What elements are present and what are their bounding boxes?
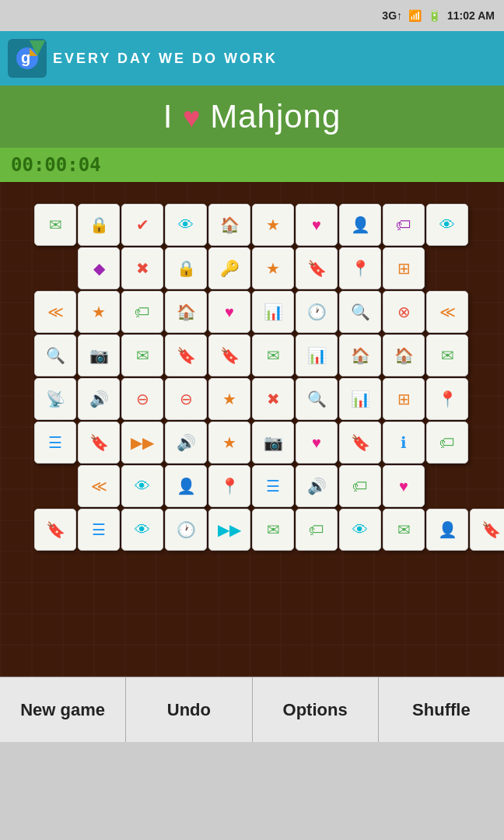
tile[interactable]: 🔖 (296, 247, 338, 289)
tile[interactable]: ✔ (121, 204, 163, 246)
tile[interactable]: ⊖ (121, 378, 163, 420)
tile[interactable]: 👁 (339, 509, 381, 551)
tile[interactable]: ✖ (121, 247, 163, 289)
tile[interactable]: ✉ (426, 334, 468, 376)
tile[interactable]: 📷 (252, 422, 294, 464)
tile[interactable]: ☰ (78, 509, 120, 551)
tile[interactable]: 📍 (339, 247, 381, 289)
tile[interactable]: ✉ (252, 509, 294, 551)
tile[interactable]: 🔒 (165, 247, 207, 289)
tile[interactable]: 🏠 (339, 334, 381, 376)
tile[interactable]: 🔊 (165, 422, 207, 464)
tile[interactable]: 🕐 (296, 291, 338, 333)
tile[interactable]: 🔖 (78, 422, 120, 464)
tile[interactable]: ≪ (78, 465, 120, 507)
tile[interactable]: ♥ (383, 465, 425, 507)
tile[interactable]: ♥ (208, 291, 250, 333)
tile[interactable]: ★ (252, 247, 294, 289)
battery-icon: 🔋 (428, 9, 441, 22)
title-prefix: I (163, 98, 173, 135)
tile[interactable]: 🏷 (296, 509, 338, 551)
timer-bar: 00:00:04 (0, 148, 504, 182)
tile[interactable]: 👁 (165, 204, 207, 246)
tile[interactable]: ℹ (383, 422, 425, 464)
new-game-button[interactable]: New game (0, 677, 126, 742)
tile[interactable]: ✉ (121, 334, 163, 376)
tile[interactable]: 👤 (165, 465, 207, 507)
tile[interactable]: ★ (252, 204, 294, 246)
tile[interactable]: 📍 (426, 378, 468, 420)
options-button[interactable]: Options (253, 677, 379, 742)
tile[interactable]: ⊗ (383, 291, 425, 333)
tile[interactable]: 🔍 (339, 291, 381, 333)
tile[interactable]: 👁 (121, 465, 163, 507)
signal-bars: 📶 (408, 9, 422, 22)
tile[interactable]: ♥ (296, 204, 338, 246)
tile[interactable]: 🔖 (165, 334, 207, 376)
status-bar: 3G↑ 📶 🔋 11:02 AM (0, 0, 504, 31)
tile[interactable]: 🕐 (165, 509, 207, 551)
shuffle-button[interactable]: Shuffle (379, 677, 504, 742)
undo-button[interactable]: Undo (126, 677, 252, 742)
tile[interactable]: ★ (208, 422, 250, 464)
ad-text: EVERY DAY WE DO WORK (53, 51, 278, 67)
tile[interactable]: 🔖 (34, 509, 76, 551)
tile[interactable]: ▶▶ (121, 422, 163, 464)
tile[interactable]: 📊 (296, 334, 338, 376)
tile[interactable]: ⊞ (383, 247, 425, 289)
tile[interactable]: ✉ (383, 509, 425, 551)
tile[interactable]: ★ (208, 378, 250, 420)
ad-icon: g (8, 39, 47, 78)
tile[interactable]: 🏷 (426, 422, 468, 464)
tile[interactable]: 📷 (78, 334, 120, 376)
tile[interactable]: ▶▶ (208, 509, 250, 551)
tile[interactable]: 🔑 (208, 247, 250, 289)
heart-icon: ♥ (183, 101, 210, 134)
network-indicator: 3G↑ (382, 9, 402, 22)
tile[interactable]: ☰ (34, 422, 76, 464)
tile[interactable]: 🏠 (165, 291, 207, 333)
tile[interactable]: 🏷 (339, 465, 381, 507)
toolbar: New game Undo Options Shuffle (0, 677, 504, 742)
tile[interactable]: ⊖ (165, 378, 207, 420)
title-suffix: Mahjong (210, 98, 341, 135)
tile[interactable]: 🔍 (296, 378, 338, 420)
tile[interactable]: ✉ (34, 204, 76, 246)
tile[interactable]: 📊 (252, 291, 294, 333)
game-area: ✉🔒✔👁🏠★♥👤🏷👁◆✖🔒🔑★🔖📍⊞≪★🏷🏠♥📊🕐🔍⊗≪🔍📷✉🔖🔖✉📊🏠🏠✉📡🔊… (0, 182, 504, 677)
tile[interactable]: 🔖 (339, 422, 381, 464)
tile[interactable]: 👤 (426, 509, 468, 551)
tile[interactable]: 👤 (339, 204, 381, 246)
tile[interactable]: ≪ (426, 291, 468, 333)
tile[interactable]: ✖ (252, 378, 294, 420)
tile[interactable]: 🔖 (208, 334, 250, 376)
tile[interactable]: ☰ (252, 465, 294, 507)
tile[interactable]: 👁 (121, 509, 163, 551)
tile[interactable]: 🔊 (296, 465, 338, 507)
tile[interactable]: 👁 (426, 204, 468, 246)
tile[interactable]: 🏷 (121, 291, 163, 333)
tile[interactable]: ◆ (78, 247, 120, 289)
tile[interactable]: 🏷 (383, 204, 425, 246)
tile[interactable]: ★ (78, 291, 120, 333)
title-bar: I ♥ Mahjong (0, 86, 504, 148)
tile[interactable]: ✉ (252, 334, 294, 376)
tile[interactable]: 🔒 (78, 204, 120, 246)
tile[interactable]: 📡 (34, 378, 76, 420)
tile[interactable]: 🏠 (383, 334, 425, 376)
ad-banner: g EVERY DAY WE DO WORK (0, 31, 504, 86)
tile[interactable]: 🔍 (34, 334, 76, 376)
time-display: 11:02 AM (447, 9, 495, 22)
tile[interactable]: 🏠 (208, 204, 250, 246)
tile[interactable]: 🔖 (470, 509, 504, 551)
tile-grid: ✉🔒✔👁🏠★♥👤🏷👁◆✖🔒🔑★🔖📍⊞≪★🏷🏠♥📊🕐🔍⊗≪🔍📷✉🔖🔖✉📊🏠🏠✉📡🔊… (34, 204, 470, 655)
tile[interactable]: 📍 (208, 465, 250, 507)
timer-text: 00:00:04 (11, 154, 101, 176)
tile[interactable]: ≪ (34, 291, 76, 333)
tile[interactable]: 📊 (339, 378, 381, 420)
title-text: I ♥ Mahjong (163, 98, 341, 135)
tile[interactable]: ⊞ (383, 378, 425, 420)
tile[interactable]: 🔊 (78, 378, 120, 420)
tile[interactable]: ♥ (296, 422, 338, 464)
